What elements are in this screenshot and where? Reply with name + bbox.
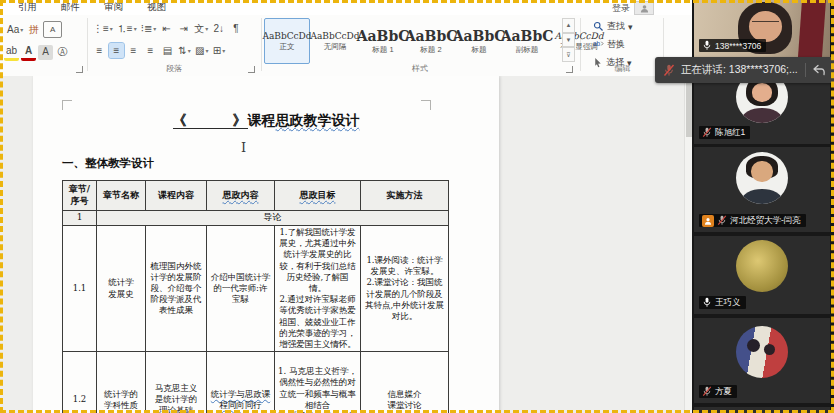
header-cell[interactable]: 实施方法 <box>361 181 449 211</box>
align-center-icon[interactable]: ≡ <box>109 43 124 58</box>
cell-chapter-name[interactable]: 统计学的 学科性质 <box>97 352 146 413</box>
enclose-characters-icon[interactable]: Ⓐ <box>55 45 70 60</box>
cell-method[interactable]: 1.课外阅读：统计学发展史、许宝騄。 2.课堂讨论：我国统计发展的几个阶段及其特… <box>361 225 449 351</box>
avatar-figure <box>747 339 760 352</box>
participant-tile[interactable]: 河北经贸大学-闫亮 <box>694 147 830 232</box>
asian-layout-icon[interactable]: 文▾ <box>193 21 209 36</box>
participant-name: 陈旭红1 <box>715 127 745 139</box>
reply-arrow-icon[interactable] <box>812 64 826 76</box>
style-card-heading2[interactable]: AaBbC 标题 2 <box>408 18 454 64</box>
numbering-icon[interactable]: ⒈≡▾ <box>116 21 138 36</box>
cell-chapter-no[interactable]: 1.2 <box>63 352 97 413</box>
cell-chapter-no[interactable]: 1.1 <box>63 225 97 351</box>
character-shading-icon[interactable]: A <box>38 45 53 60</box>
header-cell[interactable]: 章节/序号 <box>63 181 97 211</box>
margin-corner-left <box>62 100 72 110</box>
document-page[interactable]: 《 》课程思政教学设计 I 一、整体教学设计 章节/序号 章节名称 课程内容 思… <box>33 76 499 413</box>
styles-gallery-more-icon[interactable]: ⊽ <box>562 47 575 62</box>
cell-course-content[interactable]: 马克思主义 是统计学的 理论基础 <box>146 352 207 413</box>
sign-in[interactable]: 登录 <box>612 1 654 15</box>
styles-group: AaBbCcDd 正文 AaBbCcDd 无间隔 AaBbC 标题 1 AaBb… <box>264 15 576 76</box>
margin-corner-right <box>421 100 431 110</box>
title-text: 课程 <box>248 112 276 128</box>
participant-name-chip: 陈旭红1 <box>699 126 750 139</box>
style-card-title[interactable]: AaBbC 标题 <box>456 18 502 64</box>
shading-icon[interactable]: ▨▾ <box>194 43 209 58</box>
avatar-figure <box>764 344 775 355</box>
find-button[interactable]: 查找▾ <box>593 20 633 33</box>
align-right-icon[interactable]: ≡ <box>126 43 141 58</box>
cell-ideology-goal[interactable]: 1. 马克思主义哲学，偶然性与必然性的对立统一和频率与概率相结合 2. 重温马克… <box>275 352 361 413</box>
video-person-face <box>749 11 782 42</box>
cell-text: 同行 <box>245 400 262 410</box>
replace-button[interactable]: ab 替换 <box>593 38 625 51</box>
style-card-subtitle[interactable]: AaBbC 副标题 <box>504 18 550 64</box>
cell-section-title[interactable]: 导论 <box>97 211 449 226</box>
cell-ideology-content[interactable]: 统计学与思政课程同向同行 <box>207 352 275 413</box>
style-name: 无间隔 <box>324 42 347 52</box>
style-card-normal[interactable]: AaBbCcDd 正文 <box>264 18 310 64</box>
table-row: 1.1 统计学 发展史 梳理国内外统计学的发展阶段、介绍每个阶段学派及代表性成果… <box>63 225 449 351</box>
bullets-icon[interactable]: ⋮≡▾ <box>92 21 114 36</box>
header-cell[interactable]: 课程内容 <box>146 181 207 211</box>
styles-dialog-launcher[interactable] <box>566 66 573 73</box>
text-highlight-icon[interactable]: ab <box>4 43 19 61</box>
borders-icon[interactable]: ⊞▾ <box>211 43 226 58</box>
style-card-no-spacing[interactable]: AaBbCcDd 无间隔 <box>312 18 358 64</box>
styles-scroll-down-icon[interactable]: ▼ <box>562 33 575 48</box>
justify-icon[interactable]: ≡ <box>143 43 158 58</box>
participant-name: 方夏 <box>715 386 732 398</box>
cell-chapter-name[interactable]: 统计学 发展史 <box>97 225 146 351</box>
participant-tile[interactable]: 王巧义 <box>694 236 830 314</box>
header-cell[interactable]: 章节名称 <box>97 181 146 211</box>
align-left-icon[interactable]: ≡ <box>92 43 107 58</box>
mic-on-icon <box>702 297 712 308</box>
participant-tile[interactable]: 方夏 <box>694 318 830 403</box>
styles-group-label: 样式 <box>264 63 576 74</box>
participant-name: 138****3706 <box>715 41 761 51</box>
paragraph-dialog-launcher[interactable] <box>248 66 255 73</box>
cell-course-content[interactable]: 梳理国内外统计学的发展阶段、介绍每个阶段学派及代表性成果 <box>146 225 207 351</box>
cell-ideology-goal[interactable]: 1.了解我国统计学发展史，尤其通过中外统计学发展史的比较，有利于我们总结历史经验… <box>275 225 361 351</box>
mic-muted-icon <box>702 386 712 397</box>
participant-name: 王巧义 <box>715 297 741 309</box>
header-text: 思政目标 <box>300 190 336 200</box>
header-cell[interactable]: 思政目标 <box>275 181 361 211</box>
find-icon <box>593 21 604 32</box>
multilevel-list-icon[interactable]: ⁝≣▾ <box>140 21 158 36</box>
tab-review[interactable]: 审阅 <box>92 1 135 14</box>
decrease-indent-icon[interactable]: ⇤ <box>159 21 174 36</box>
styles-gallery-scroll: ▲ ▼ ⊽ <box>562 18 575 62</box>
avatar <box>736 152 788 204</box>
show-marks-icon[interactable]: ¶ <box>228 21 243 36</box>
ribbon-tab-bar: 引用 邮件 审阅 视图 <box>0 0 698 15</box>
avatar-torso <box>742 189 782 204</box>
font-color-icon[interactable]: A <box>21 43 36 61</box>
style-preview: AaBbCcDd <box>310 31 359 41</box>
change-case-icon[interactable]: Aa▾ <box>6 22 24 37</box>
sort-icon[interactable]: 2↓ <box>211 21 226 36</box>
distribute-icon[interactable]: ▤ <box>160 43 175 58</box>
increase-indent-icon[interactable]: ⇥ <box>176 21 191 36</box>
tab-references[interactable]: 引用 <box>6 1 49 14</box>
tab-mailings[interactable]: 邮件 <box>49 1 92 14</box>
font-dialog-launcher[interactable] <box>76 66 83 73</box>
mic-muted-icon <box>663 64 675 77</box>
line-spacing-icon[interactable]: ⇅▾ <box>177 43 192 58</box>
cell-ideology-content[interactable]: 介绍中国统计学的一代宗师:许宝騄 <box>207 225 275 351</box>
editing-group-label: 编辑 <box>585 63 660 74</box>
cell-method[interactable]: 信息媒介 课堂讨论 <box>361 352 449 413</box>
participant-video-tile[interactable]: 138****3706 <box>694 0 830 57</box>
style-name: 标题 <box>472 45 487 55</box>
header-cell[interactable]: 思政内容 <box>207 181 275 211</box>
word-window: 引用 邮件 审阅 视图 登录 Aa▾ 拼 A ab A <box>0 0 692 413</box>
group-separator <box>87 18 88 71</box>
style-card-heading1[interactable]: AaBbC 标题 1 <box>360 18 406 64</box>
tab-view[interactable]: 视图 <box>135 1 178 14</box>
host-icon <box>702 215 714 227</box>
banner-divider <box>805 63 806 77</box>
character-border-icon[interactable]: A <box>43 21 62 38</box>
styles-scroll-up-icon[interactable]: ▲ <box>562 18 575 33</box>
phonetic-guide-icon[interactable]: 拼 <box>26 22 41 37</box>
cell-chapter-no[interactable]: 1 <box>63 211 97 226</box>
